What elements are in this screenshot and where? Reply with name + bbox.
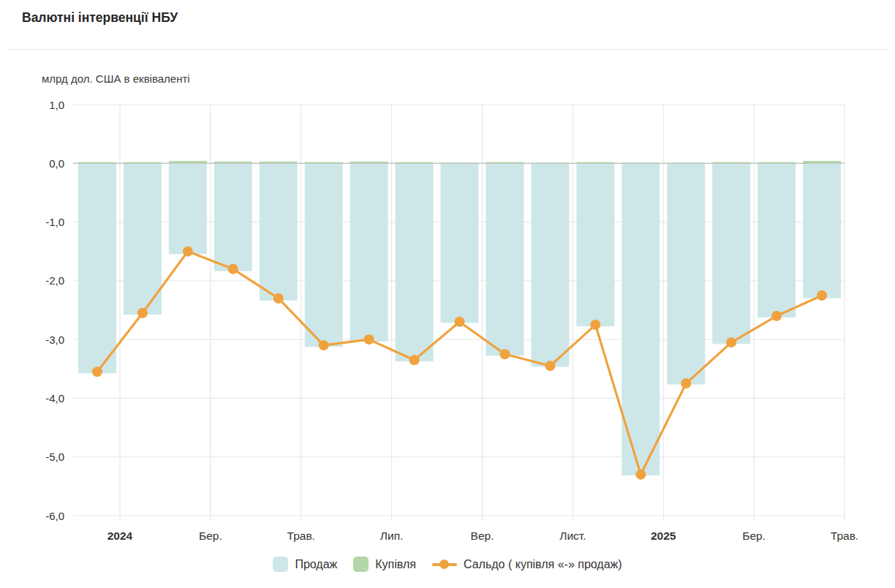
saldo-marker[interactable] <box>545 361 555 371</box>
x-tick-label: Трав. <box>831 529 858 542</box>
saldo-marker[interactable] <box>681 378 691 388</box>
saldo-marker[interactable] <box>319 340 329 350</box>
kupivlia-swatch-icon <box>353 557 369 572</box>
prodazh-swatch-icon <box>273 557 288 572</box>
bar-prodazh[interactable] <box>396 164 434 362</box>
bar-prodazh[interactable] <box>305 164 343 347</box>
saldo-marker[interactable] <box>590 320 600 330</box>
saldo-marker[interactable] <box>817 290 827 301</box>
bar-kupivlia[interactable] <box>667 162 705 163</box>
saldo-marker[interactable] <box>499 349 510 359</box>
x-tick-label: Бер. <box>199 529 222 542</box>
saldo-marker[interactable] <box>92 366 102 377</box>
bar-kupivlia[interactable] <box>260 162 298 163</box>
saldo-marker[interactable] <box>273 293 284 304</box>
bar-prodazh[interactable] <box>124 164 162 314</box>
bar-prodazh[interactable] <box>441 164 479 323</box>
bar-kupivlia[interactable] <box>124 162 162 164</box>
bar-kupivlia[interactable] <box>441 162 479 163</box>
legend-label-saldo: Сальдо ( купівля «-» продаж) <box>464 558 622 571</box>
x-tick-label: Лип. <box>380 529 404 542</box>
y-tick-label: -5,0 <box>45 451 64 463</box>
bar-prodazh[interactable] <box>576 164 614 326</box>
bar-prodazh[interactable] <box>486 164 524 356</box>
bar-prodazh[interactable] <box>169 164 207 255</box>
legend-label-kupivlia: Купівля <box>375 558 416 571</box>
bar-kupivlia[interactable] <box>803 161 841 163</box>
legend-item-kupivlia[interactable]: Купівля <box>353 557 416 572</box>
y-tick-label: -4,0 <box>45 392 64 404</box>
saldo-marker[interactable] <box>455 317 465 327</box>
saldo-marker[interactable] <box>137 308 148 318</box>
x-tick-label: 2024 <box>107 529 133 542</box>
saldo-marker[interactable] <box>409 355 420 365</box>
page: Валютні інтервенції НБУ млрд дол. США в … <box>0 0 895 588</box>
bar-kupivlia[interactable] <box>576 162 614 164</box>
x-tick-label: Вер. <box>471 529 494 542</box>
y-tick-label: 1,0 <box>49 99 64 111</box>
saldo-marker[interactable] <box>771 311 782 321</box>
legend-item-prodazh[interactable]: Продаж <box>273 557 337 572</box>
bar-prodazh[interactable] <box>78 164 116 374</box>
bar-kupivlia[interactable] <box>712 162 750 164</box>
saldo-marker[interactable] <box>364 334 374 344</box>
saldo-marker[interactable] <box>635 470 646 480</box>
bar-kupivlia[interactable] <box>169 161 207 163</box>
y-tick-label: -6,0 <box>45 510 64 522</box>
bar-prodazh[interactable] <box>758 164 796 317</box>
bar-prodazh[interactable] <box>214 164 252 271</box>
y-tick-label: 0,0 <box>49 157 64 170</box>
x-tick-label: Трав. <box>287 529 315 542</box>
bar-kupivlia[interactable] <box>350 162 388 163</box>
x-tick-label: 2025 <box>651 529 676 542</box>
bar-kupivlia[interactable] <box>622 162 660 163</box>
saldo-line-icon <box>432 559 457 570</box>
y-tick-label: -3,0 <box>45 333 64 346</box>
saldo-marker[interactable] <box>183 246 193 257</box>
bar-kupivlia[interactable] <box>78 162 116 164</box>
bar-prodazh[interactable] <box>803 164 841 298</box>
intervention-chart: 1,00,0-1,0-2,0-3,0-4,0-5,0-6,02024Бер.Тр… <box>0 0 895 588</box>
bar-kupivlia[interactable] <box>305 162 343 164</box>
x-tick-label: Лист. <box>559 529 586 542</box>
bar-prodazh[interactable] <box>667 164 705 385</box>
bar-prodazh[interactable] <box>712 164 750 344</box>
bar-kupivlia[interactable] <box>531 162 569 163</box>
saldo-marker[interactable] <box>228 264 238 274</box>
saldo-marker[interactable] <box>726 337 736 347</box>
legend-item-saldo[interactable]: Сальдо ( купівля «-» продаж) <box>432 558 622 571</box>
bar-prodazh[interactable] <box>531 164 569 367</box>
bar-kupivlia[interactable] <box>214 162 252 163</box>
bar-prodazh[interactable] <box>260 164 298 301</box>
y-tick-label: -2,0 <box>45 274 64 287</box>
x-tick-label: Бер. <box>742 529 766 542</box>
y-tick-label: -1,0 <box>45 216 64 228</box>
bar-kupivlia[interactable] <box>486 162 524 164</box>
legend-label-prodazh: Продаж <box>295 558 337 571</box>
bar-kupivlia[interactable] <box>396 162 434 164</box>
bar-prodazh[interactable] <box>350 164 388 342</box>
chart-legend: Продаж Купівля Сальдо ( купівля «-» прод… <box>0 557 895 572</box>
bar-kupivlia[interactable] <box>758 162 796 164</box>
